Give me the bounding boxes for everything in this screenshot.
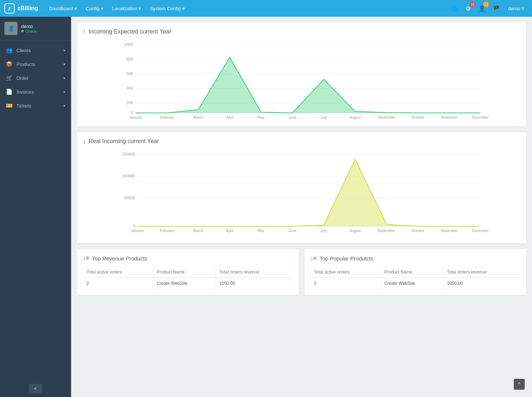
chart1-container: 1000 800 600 400 200 0 xyxy=(83,39,520,121)
user-status: Online xyxy=(21,29,37,34)
tables-row: ↓≡ Top Revenue Products Total active ord… xyxy=(77,249,526,295)
globe-icon-btn[interactable]: 🌐 xyxy=(449,3,460,14)
svg-text:August: August xyxy=(349,115,361,119)
col-total-orders-revenue: Total orders revenue xyxy=(215,267,293,278)
nav-right: 🌐 ⚙ 15 👤 11 🏴 demo ▾ xyxy=(449,3,528,14)
table-header-row: Total active orders Product Name Total o… xyxy=(310,267,520,278)
user-icon-btn[interactable]: 👤 11 xyxy=(477,3,488,14)
scroll-top-button[interactable]: ^ xyxy=(514,379,525,390)
top-popular-tbody: 2 Create WebSite 1050.00 xyxy=(310,278,520,289)
table-row: 2 Create WebSite 1050.00 xyxy=(83,278,293,289)
svg-text:November: November xyxy=(441,115,458,119)
chart-real-incoming: ↓ Real Incoming current Year 150000 1000… xyxy=(77,132,526,243)
sort-icon: ↓≡ xyxy=(83,255,89,262)
chevron-down-icon: ▾ xyxy=(74,6,77,11)
username: demo xyxy=(21,24,37,29)
svg-text:0: 0 xyxy=(133,224,135,228)
revenue-value: 1050.00 xyxy=(443,278,520,289)
svg-text:March: March xyxy=(193,115,203,119)
products-icon: 📦 xyxy=(6,61,13,67)
tickets-icon: 🎫 xyxy=(6,102,13,109)
sidebar-footer: < xyxy=(0,380,71,397)
sidebar-item-products[interactable]: 📦 Products ▾ xyxy=(0,57,71,71)
chart1-svg: 1000 800 600 400 200 0 xyxy=(83,39,520,119)
top-revenue-title: ↓≡ Top Revenue Products xyxy=(83,255,293,262)
svg-text:October: October xyxy=(411,115,424,119)
svg-text:February: February xyxy=(160,115,174,119)
clients-icon: 👥 xyxy=(6,47,13,54)
settings-icon-btn[interactable]: ⚙ 15 xyxy=(463,3,474,14)
sidebar-menu: 👥 Clients ▾ 📦 Products ▾ 🛒 Order ▾ 📄 Inv… xyxy=(0,40,71,115)
svg-marker-12 xyxy=(136,57,480,113)
brand[interactable]: z zBilling xyxy=(4,3,38,13)
brand-icon: z xyxy=(4,3,15,13)
col-product-name: Product Name xyxy=(380,267,443,278)
svg-text:150000: 150000 xyxy=(122,152,135,156)
svg-text:May: May xyxy=(258,229,265,233)
svg-text:January: January xyxy=(129,115,142,119)
svg-text:200: 200 xyxy=(127,101,133,105)
svg-text:December: December xyxy=(472,229,489,233)
user-badge: 11 xyxy=(483,1,489,7)
top-revenue-tbody: 2 Create WebSite 1050.00 xyxy=(83,278,293,289)
order-icon: 🛒 xyxy=(6,75,13,81)
svg-text:July: July xyxy=(321,229,327,233)
svg-text:400: 400 xyxy=(127,86,133,90)
chart2-container: 150000 100000 50000 0 xyxy=(83,149,520,237)
nav-dashboard[interactable]: DashBoard ▾ xyxy=(46,4,81,13)
flag-icon: 🏴 xyxy=(492,5,500,12)
svg-text:February: February xyxy=(160,229,174,233)
top-revenue-card: ↓≡ Top Revenue Products Total active ord… xyxy=(77,249,299,295)
top-popular-table: Total active orders Product Name Total o… xyxy=(310,267,520,289)
svg-text:600: 600 xyxy=(127,71,133,76)
svg-text:June: June xyxy=(288,229,296,233)
sidebar-item-invoices[interactable]: 📄 Invoices ▾ xyxy=(0,85,71,99)
main-layout: 👤 demo Online 👥 Clients ▾ 📦 Products ▾ xyxy=(0,17,532,397)
revenue-value: 1050.00 xyxy=(215,278,293,289)
nav-system-config[interactable]: System Config ▾ xyxy=(146,4,189,13)
chart-incoming-expected: ↑ Incoming Expected current Year 1000 80… xyxy=(77,23,526,126)
svg-text:December: December xyxy=(472,115,489,119)
top-popular-card: ↓≡ Top Popular Produtcts Total active or… xyxy=(304,249,526,295)
orders-value: 2 xyxy=(310,278,380,289)
svg-text:October: October xyxy=(411,229,424,233)
product-name-value: Create WebSite xyxy=(380,278,443,289)
sidebar-item-clients[interactable]: 👥 Clients ▾ xyxy=(0,43,71,57)
svg-text:September: September xyxy=(378,115,396,119)
nav-localization[interactable]: Localization ▾ xyxy=(109,4,145,13)
chart2-title: ↓ Real Incoming current Year xyxy=(83,138,520,145)
chevron-right-icon: ▾ xyxy=(63,90,65,94)
svg-text:50000: 50000 xyxy=(124,196,135,200)
arrow-up-icon: ↑ xyxy=(83,28,86,35)
nav-items: DashBoard ▾ Config ▾ Localization ▾ Syst… xyxy=(46,4,449,13)
chevron-right-icon: ▾ xyxy=(63,104,65,108)
status-dot xyxy=(21,30,24,32)
sidebar-item-order[interactable]: 🛒 Order ▾ xyxy=(0,71,71,85)
chevron-down-icon: ▾ xyxy=(182,6,185,11)
svg-text:April: April xyxy=(226,229,233,233)
top-revenue-table: Total active orders Product Name Total o… xyxy=(83,267,293,289)
orders-value: 2 xyxy=(83,278,153,289)
top-popular-title: ↓≡ Top Popular Produtcts xyxy=(310,255,520,262)
main-content: ↑ Incoming Expected current Year 1000 80… xyxy=(71,17,532,397)
user-info: demo Online xyxy=(21,24,37,34)
avatar: 👤 xyxy=(4,22,18,35)
chevron-down-icon: ▾ xyxy=(139,6,141,11)
flag-icon-btn[interactable]: 🏴 xyxy=(490,3,501,14)
chevron-down-icon: ▾ xyxy=(521,6,524,11)
svg-text:1000: 1000 xyxy=(124,42,133,47)
table-header-row: Total active orders Product Name Total o… xyxy=(83,267,293,278)
col-product-name: Product Name xyxy=(153,267,215,278)
svg-text:July: July xyxy=(321,115,327,119)
sidebar-item-tickets[interactable]: 🎫 Tickets ▾ xyxy=(0,99,71,113)
svg-marker-33 xyxy=(137,159,480,226)
sidebar-collapse-button[interactable]: < xyxy=(29,384,42,393)
svg-text:100000: 100000 xyxy=(122,174,135,178)
nav-config[interactable]: Config ▾ xyxy=(82,4,107,13)
col-total-orders-revenue: Total orders revenue xyxy=(443,267,520,278)
col-total-active-orders: Total active orders xyxy=(310,267,380,278)
top-nav: z zBilling DashBoard ▾ Config ▾ Localiza… xyxy=(0,0,532,17)
user-menu-btn[interactable]: demo ▾ xyxy=(504,4,528,13)
chart2-svg: 150000 100000 50000 0 xyxy=(83,149,520,236)
svg-text:May: May xyxy=(258,115,265,119)
